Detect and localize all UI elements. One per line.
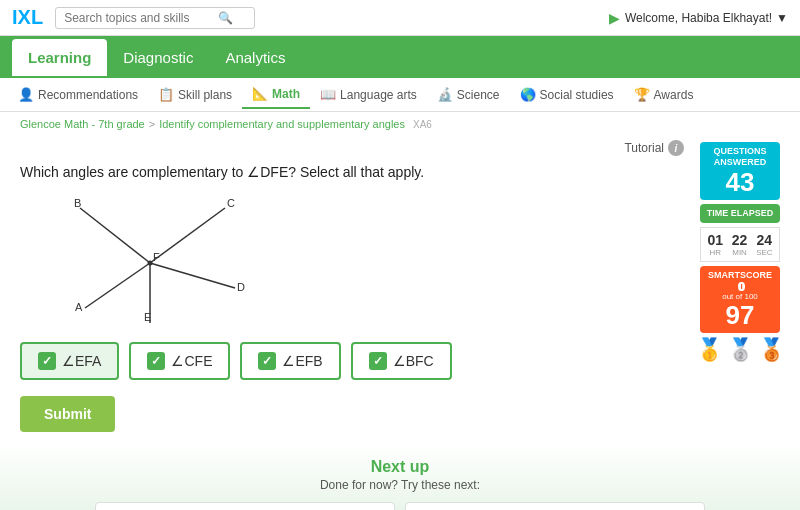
award-silver: 🥈 — [727, 337, 754, 363]
subnav-languagearts[interactable]: 📖 Language arts — [310, 81, 427, 108]
svg-point-5 — [148, 261, 153, 266]
content-area: Tutorial i Which angles are complementar… — [0, 136, 800, 442]
subnav-languagearts-label: Language arts — [340, 88, 417, 102]
subnav-awards[interactable]: 🏆 Awards — [624, 81, 704, 108]
user-info: ▶ Welcome, Habiba Elkhayat! ▼ — [609, 10, 788, 26]
time-secs-unit: SEC — [756, 248, 772, 257]
next-up-subtitle: Done for now? Try these next: — [20, 478, 780, 492]
next-up-cards: 💎 Find measures of complementary and sup… — [20, 502, 780, 510]
choice-efa-label: ∠EFA — [62, 353, 101, 369]
submit-button[interactable]: Submit — [20, 396, 115, 432]
questions-label: Questions answered — [706, 146, 774, 168]
sub-nav: 👤 Recommendations 📋 Skill plans 📐 Math 📖… — [0, 78, 800, 112]
svg-line-1 — [150, 208, 225, 263]
choice-bfc-label: ∠BFC — [393, 353, 434, 369]
user-dropdown-icon[interactable]: ▼ — [776, 11, 788, 25]
nav-analytics[interactable]: Analytics — [209, 39, 301, 76]
awards-row: 🥇 🥈 🥉 — [700, 337, 780, 363]
time-hrs-val: 01 — [707, 232, 723, 248]
tutorial-label: Tutorial — [624, 141, 664, 155]
breadcrumb-grade[interactable]: Glencoe Math - 7th grade — [20, 118, 145, 130]
time-mins-val: 22 — [732, 232, 748, 248]
choice-cfe[interactable]: ✓ ∠CFE — [129, 342, 230, 380]
subnav-recommendations[interactable]: 👤 Recommendations — [8, 81, 148, 108]
smartscore-box: SmartScore i out of 100 97 — [700, 266, 780, 333]
nav-diagnostic[interactable]: Diagnostic — [107, 39, 209, 76]
choice-bfc-check: ✓ — [369, 352, 387, 370]
subnav-science[interactable]: 🔬 Science — [427, 81, 510, 108]
time-secs: 24 SEC — [756, 232, 772, 257]
choice-efb-label: ∠EFB — [282, 353, 322, 369]
subnav-awards-label: Awards — [654, 88, 694, 102]
top-bar: IXL 🔍 ▶ Welcome, Habiba Elkhayat! ▼ — [0, 0, 800, 36]
choice-efa[interactable]: ✓ ∠EFA — [20, 342, 119, 380]
time-elapsed-box: Time elapsed — [700, 204, 780, 223]
choice-cfe-check: ✓ — [147, 352, 165, 370]
time-mins: 22 MIN — [732, 232, 748, 257]
tutorial-button[interactable]: Tutorial i — [624, 140, 684, 156]
next-card-2[interactable]: 💎 Identify complementary, supplementary,… — [405, 502, 705, 510]
next-up-section: Next up Done for now? Try these next: 💎 … — [0, 442, 800, 510]
svg-text:F: F — [153, 251, 160, 263]
angle-diagram: B C A D E F — [40, 193, 684, 326]
svg-line-0 — [80, 208, 150, 263]
subnav-math-label: Math — [272, 87, 300, 101]
recommendations-icon: 👤 — [18, 87, 34, 102]
tutorial-bar: Tutorial i — [20, 140, 684, 156]
time-hrs: 01 HR — [707, 232, 723, 257]
time-hrs-unit: HR — [707, 248, 723, 257]
choice-efa-check: ✓ — [38, 352, 56, 370]
subnav-skillplans-label: Skill plans — [178, 88, 232, 102]
smartscore-info-icon: i — [738, 282, 744, 291]
svg-line-2 — [85, 263, 150, 308]
user-arrow-icon: ▶ — [609, 10, 620, 26]
svg-line-3 — [150, 263, 235, 288]
answer-choices: ✓ ∠EFA ✓ ∠CFE ✓ ∠EFB ✓ ∠BFC — [20, 342, 684, 380]
time-detail: 01 HR 22 MIN 24 SEC — [700, 227, 780, 262]
next-card-1[interactable]: 💎 Find measures of complementary and sup… — [95, 502, 395, 510]
questions-answered-box: Questions answered 43 — [700, 142, 780, 200]
search-bar[interactable]: 🔍 — [55, 7, 255, 29]
smartscore-value: 97 — [706, 301, 774, 330]
languagearts-icon: 📖 — [320, 87, 336, 102]
subnav-skillplans[interactable]: 📋 Skill plans — [148, 81, 242, 108]
user-greeting: Welcome, Habiba Elkhayat! — [625, 11, 772, 25]
subnav-socialstudies[interactable]: 🌎 Social studies — [510, 81, 624, 108]
stats-sidebar: Questions answered 43 Time elapsed 01 HR… — [700, 142, 780, 432]
logo-xl: XL — [18, 6, 44, 28]
logo: IXL — [12, 6, 43, 29]
choice-cfe-label: ∠CFE — [171, 353, 212, 369]
search-icon: 🔍 — [218, 11, 233, 25]
award-gold: 🥇 — [696, 337, 723, 363]
question-text: Which angles are complementary to ∠DFE? … — [20, 162, 684, 183]
breadcrumb-sep1: > — [149, 118, 155, 130]
main-nav: Learning Diagnostic Analytics — [0, 36, 800, 78]
breadcrumb-code: XA6 — [413, 119, 432, 130]
svg-text:D: D — [237, 281, 245, 293]
science-icon: 🔬 — [437, 87, 453, 102]
svg-text:E: E — [144, 311, 151, 323]
subnav-math[interactable]: 📐 Math — [242, 80, 310, 109]
svg-text:A: A — [75, 301, 83, 313]
svg-text:C: C — [227, 197, 235, 209]
choice-bfc[interactable]: ✓ ∠BFC — [351, 342, 452, 380]
subnav-socialstudies-label: Social studies — [540, 88, 614, 102]
subnav-recommendations-label: Recommendations — [38, 88, 138, 102]
math-icon: 📐 — [252, 86, 268, 101]
nav-learning[interactable]: Learning — [12, 39, 107, 76]
time-mins-unit: MIN — [732, 248, 748, 257]
time-label: Time elapsed — [706, 208, 774, 219]
time-secs-val: 24 — [756, 232, 772, 248]
awards-icon: 🏆 — [634, 87, 650, 102]
smartscore-label: SmartScore i — [706, 270, 774, 292]
search-input[interactable] — [64, 11, 214, 25]
svg-text:B: B — [74, 197, 81, 209]
choice-efb-check: ✓ — [258, 352, 276, 370]
question-section: Tutorial i Which angles are complementar… — [20, 136, 684, 432]
skillplans-icon: 📋 — [158, 87, 174, 102]
choice-efb[interactable]: ✓ ∠EFB — [240, 342, 340, 380]
angle-diagram-svg: B C A D E F — [40, 193, 260, 323]
subnav-science-label: Science — [457, 88, 500, 102]
breadcrumb-skill[interactable]: Identify complementary and supplementary… — [159, 118, 405, 130]
socialstudies-icon: 🌎 — [520, 87, 536, 102]
